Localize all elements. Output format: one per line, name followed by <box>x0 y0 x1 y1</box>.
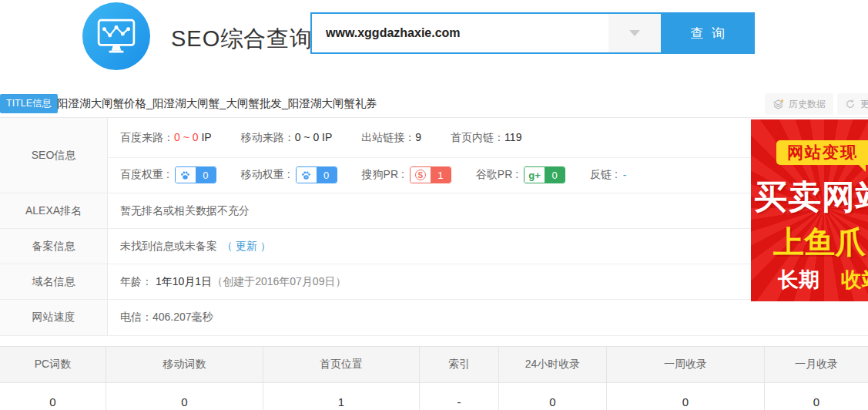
site-title-text: 阳澄湖大闸蟹价格_阳澄湖大闸蟹_大闸蟹批发_阳澄湖大闸蟹礼券 <box>57 94 377 113</box>
stats-header: 移动词数 <box>106 347 263 382</box>
stats-value: 1 <box>263 383 419 410</box>
app-logo <box>82 2 150 70</box>
google-plus-icon: g+ <box>528 170 541 181</box>
stats-header: 一月收录 <box>764 347 868 382</box>
refresh-label: 更 <box>860 98 868 111</box>
row-label: ALEXA排名 <box>0 193 108 228</box>
stats-header: PC词数 <box>0 347 106 382</box>
svg-text:m: m <box>305 176 307 179</box>
stats-value: 0 <box>764 383 868 410</box>
stats-header: 一周收录 <box>606 347 764 382</box>
mobile-traffic: 移动来路：0 ~ 0 IP <box>241 131 333 145</box>
baidu-weight[interactable]: 百度权重 : 0 <box>120 166 216 183</box>
refresh-button[interactable]: 更 <box>837 93 868 115</box>
table-row-alexa: ALEXA排名 暂无排名或相关数据不充分 <box>0 193 868 229</box>
row-label: 备案信息 <box>0 229 108 264</box>
ad-banner[interactable]: 网站变现 买卖网站 上鱼爪 长期收站 <box>751 119 868 301</box>
stats-value-row: 0 0 1 - 0 0 0 <box>0 383 868 410</box>
stats-header: 索引 <box>419 347 498 382</box>
table-row-speed: 网站速度 电信：406.207毫秒 <box>0 300 868 336</box>
domain-created: （创建于2016年07月09日） <box>212 275 346 289</box>
title-info-badge: TITLE信息 <box>0 94 58 113</box>
row-label: 网站速度 <box>0 300 108 335</box>
table-row-domain: 域名信息 年龄： 1年10月1日 （创建于2016年07月09日） <box>0 264 868 300</box>
row-label: SEO信息 <box>0 118 108 193</box>
stats-value: 0 <box>606 383 764 410</box>
google-pr[interactable]: 谷歌PR : g+ 0 <box>476 166 565 183</box>
stats-value: - <box>419 383 498 410</box>
homepage-inner-links: 首页内链：119 <box>451 131 521 145</box>
chevron-down-icon <box>629 30 640 36</box>
sogou-pr-badge: S 1 <box>410 166 451 183</box>
app-title: SEO综合查询 <box>171 24 313 55</box>
seo-query-page: SEO综合查询 查 询 TITLE信息 阳澄湖大闸蟹价格_阳澄湖大闸蟹_大闸蟹批… <box>0 0 868 410</box>
url-dropdown[interactable] <box>608 14 661 52</box>
stats-value: 0 <box>0 383 106 410</box>
url-input[interactable] <box>312 14 605 52</box>
icp-update-link[interactable]: （ 更新 ） <box>222 240 271 254</box>
baidu-weight-badge: 0 <box>175 166 216 183</box>
row-label: 域名信息 <box>0 264 108 299</box>
stats-header: 首页位置 <box>263 347 419 382</box>
history-data-label: 历史数据 <box>789 98 826 111</box>
google-pr-badge: g+ 0 <box>524 166 565 183</box>
refresh-icon <box>845 99 856 109</box>
baidu-mobile-paw-icon: m <box>301 170 311 180</box>
stats-value: 0 <box>498 383 606 410</box>
site-speed-value: 电信：406.207毫秒 <box>108 300 868 335</box>
history-data-button[interactable]: 历史数据 <box>765 93 833 115</box>
search-box <box>310 12 662 54</box>
query-button[interactable]: 查 询 <box>662 12 755 54</box>
icp-status: 未找到信息或未备案 <box>120 240 217 254</box>
domain-age-value: 1年10月1日 <box>156 275 212 289</box>
baidu-paw-icon <box>180 170 190 180</box>
table-row-seo: SEO信息 百度来路：0 ~ 0 IP 移动来路：0 ~ 0 IP 出站链接：9… <box>0 118 868 193</box>
outbound-links: 出站链接：9 <box>361 131 421 145</box>
banner-bubble: 网站变现 <box>776 140 868 165</box>
banner-headline: 买卖网站 <box>754 175 868 220</box>
sogou-icon: S <box>415 170 426 180</box>
stats-value: 0 <box>106 383 263 410</box>
banner-footer: 长期收站 <box>778 266 868 294</box>
backlinks: 反链 : - <box>590 168 626 182</box>
baidu-traffic: 百度来路：0 ~ 0 IP <box>120 131 212 145</box>
seo-info-table: SEO信息 百度来路：0 ~ 0 IP 移动来路：0 ~ 0 IP 出站链接：9… <box>0 117 868 336</box>
monitor-chart-icon <box>96 18 136 55</box>
sogou-pr[interactable]: 搜狗PR : S 1 <box>362 166 451 183</box>
table-row-icp: 备案信息 未找到信息或未备案 （ 更新 ） <box>0 229 868 264</box>
layers-icon <box>772 99 784 110</box>
mobile-weight-badge: m 0 <box>296 166 337 183</box>
banner-subline: 上鱼爪 <box>773 221 866 264</box>
stats-header: 24小时收录 <box>498 347 606 382</box>
domain-age-label: 年龄： <box>120 275 152 289</box>
stats-table: PC词数 移动词数 首页位置 索引 24小时收录 一周收录 一月收录 0 0 1… <box>0 346 868 410</box>
mobile-weight[interactable]: 移动权重 : m 0 <box>241 166 337 183</box>
stats-header-row: PC词数 移动词数 首页位置 索引 24小时收录 一周收录 一月收录 <box>0 346 868 383</box>
